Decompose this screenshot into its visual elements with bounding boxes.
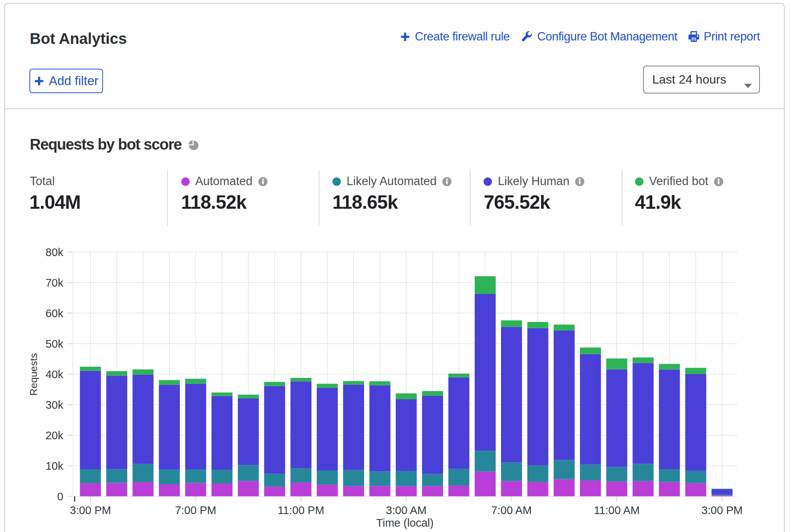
svg-text:80k: 80k [45, 246, 63, 258]
svg-text:0: 0 [57, 490, 63, 503]
svg-text:11:00 AM: 11:00 AM [594, 504, 640, 516]
svg-text:3:00 AM: 3:00 AM [386, 504, 426, 516]
svg-text:20k: 20k [45, 429, 63, 442]
svg-text:Requests: Requests [28, 353, 39, 396]
svg-text:40k: 40k [45, 368, 63, 380]
svg-text:70k: 70k [45, 277, 63, 289]
svg-text:11:00 PM: 11:00 PM [278, 504, 324, 516]
svg-text:Time (local): Time (local) [376, 517, 434, 529]
svg-text:50k: 50k [45, 338, 63, 350]
svg-text:3:00 PM: 3:00 PM [701, 504, 743, 516]
svg-text:30k: 30k [45, 399, 63, 411]
svg-text:10k: 10k [45, 460, 63, 472]
svg-text:7:00 AM: 7:00 AM [491, 504, 532, 516]
svg-text:60k: 60k [45, 307, 63, 319]
svg-text:3:00 PM: 3:00 PM [70, 504, 111, 516]
svg-text:7:00 PM: 7:00 PM [175, 504, 216, 516]
